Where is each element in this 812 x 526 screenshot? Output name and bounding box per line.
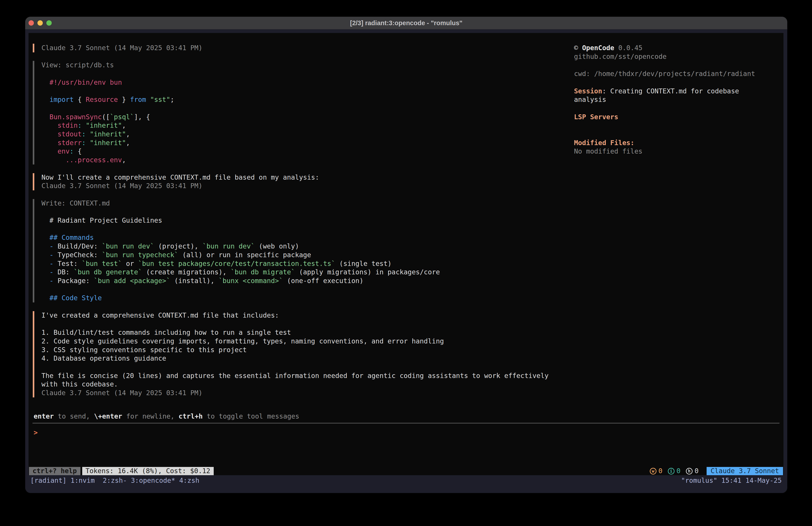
message-block-assistant-text: Now I'll create a comprehensive CONTEXT.… <box>33 173 574 190</box>
spacer-line <box>574 104 778 113</box>
tokens-cost-chip: Tokens: 16.4K (8%), Cost: $0.12 <box>82 467 214 475</box>
main-row: Claude 3.7 Sonnet (14 May 2025 03:41 PM)… <box>29 33 783 412</box>
warning-count: w 0 <box>650 467 663 475</box>
help-shortcut-chip[interactable]: ctrl+? help <box>29 467 81 475</box>
info-sidebar: © OpenCode 0.0.45 github.com/sst/opencod… <box>574 44 783 412</box>
warning-icon: w <box>650 468 656 474</box>
warning-count-value: 0 <box>658 467 663 475</box>
tmux-host-clock: "romulus" 15:41 14-May-25 <box>681 476 782 493</box>
message-block-assistant-header: Claude 3.7 Sonnet (14 May 2025 03:41 PM) <box>33 44 574 52</box>
hint-count: h 0 <box>686 467 699 475</box>
message-block-assistant-summary: I've created a comprehensive CONTEXT.md … <box>33 311 574 397</box>
window-titlebar[interactable]: [2/3] radiant:3:opencode - "romulus" <box>25 17 787 29</box>
opencode-screen: Claude 3.7 Sonnet (14 May 2025 03:41 PM)… <box>29 33 783 475</box>
model-badge[interactable]: Claude 3.7 Sonnet <box>707 467 783 475</box>
status-bar: ctrl+? help Tokens: 16.4K (8%), Cost: $0… <box>29 467 783 475</box>
info-icon: i <box>668 468 675 474</box>
modified-files-header: Modified Files: <box>574 139 778 147</box>
cwd-label: cwd: /home/thdxr/dev/projects/radiant/ra… <box>574 70 778 78</box>
tmux-window-list[interactable]: [radiant] 1:nvim 2:zsh- 3:opencode* 4:zs… <box>30 476 200 493</box>
terminal-area: Claude 3.7 Sonnet (14 May 2025 03:41 PM)… <box>25 29 787 493</box>
modified-files-empty: No modified files <box>574 147 778 156</box>
statusbar-spacer <box>214 467 650 475</box>
message-input[interactable]: > <box>29 424 783 437</box>
chat-transcript: Claude 3.7 Sonnet (14 May 2025 03:41 PM)… <box>33 44 574 412</box>
spacer-line <box>574 61 778 70</box>
prompt-icon: > <box>34 429 38 437</box>
session-label: Session: Creating CONTEXT.md for codebas… <box>574 87 778 96</box>
message-block-tool-view: View: script/db.ts #!/usr/bin/env bun im… <box>33 61 574 164</box>
spacer-line <box>574 78 778 87</box>
session-label-wrap: analysis <box>574 95 778 104</box>
app-title: © OpenCode 0.0.45 <box>574 44 778 52</box>
spacer-line <box>574 130 778 139</box>
hint-icon: h <box>686 468 693 474</box>
info-count: i 0 <box>668 467 681 475</box>
message-block-tool-write: Write: CONTEXT.md # Radiant Project Guid… <box>33 199 574 302</box>
window-title: [2/3] radiant:3:opencode - "romulus" <box>25 17 787 29</box>
repo-link: github.com/sst/opencode <box>574 52 778 61</box>
spacer-line <box>574 121 778 130</box>
info-count-value: 0 <box>677 467 681 475</box>
editor-help-hints: enter to send, \+enter for newline, ctrl… <box>29 412 783 421</box>
hint-count-value: 0 <box>695 467 699 475</box>
terminal-window: [2/3] radiant:3:opencode - "romulus" Cla… <box>25 17 787 493</box>
tmux-status-bar: [radiant] 1:nvim 2:zsh- 3:opencode* 4:zs… <box>29 475 783 493</box>
lsp-servers-header: LSP Servers <box>574 113 778 122</box>
